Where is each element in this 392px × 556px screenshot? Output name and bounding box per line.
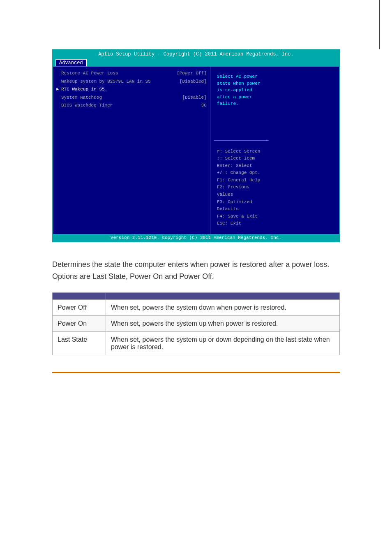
bios-tab-advanced[interactable]: Advanced — [55, 59, 87, 66]
bottom-divider — [52, 372, 340, 373]
bios-menu-item-rtc-wakeup[interactable]: ► RTC Wakeup in S5. — [56, 86, 207, 93]
no-arrow — [56, 70, 61, 77]
help-esc: ESC: Exit — [217, 220, 265, 227]
bios-help-text: ⇄: Select Screen ↕: Select Item Enter: S… — [214, 145, 269, 231]
no-arrow — [56, 102, 61, 109]
bios-footer: Version 2.11.1210. Copyright (C) 2011 Am… — [53, 234, 339, 241]
no-arrow — [56, 78, 61, 86]
table-row: Last State When set, powers the system u… — [53, 331, 340, 355]
help-f4: F4: Save & Exit — [217, 213, 265, 220]
desc-power-off: When set, powers the system down when po… — [106, 299, 340, 315]
bios-header-title: Aptio Setup Utility - Copyright (C) 2011… — [98, 51, 293, 57]
help-select-screen: ⇄: Select Screen — [217, 148, 265, 155]
bios-menu-item-restore-ac[interactable]: Restore AC Power Loss [Power Off] — [56, 70, 207, 77]
desc-power-on: When set, powers the system up when powe… — [106, 315, 340, 331]
table-header-option — [53, 292, 106, 299]
bios-screen: Aptio Setup Utility - Copyright (C) 2011… — [52, 49, 340, 242]
bios-body: Restore AC Power Loss [Power Off] Wakeup… — [53, 66, 339, 234]
table-row: Power On When set, powers the system up … — [53, 315, 340, 331]
bios-menu-item-bios-watchdog[interactable]: BIOS Watchdog Timer 30 — [56, 102, 207, 109]
help-change-opt: +/-: Change Opt. — [217, 169, 265, 177]
description-paragraph: Determines the state the computer enters… — [52, 259, 340, 283]
bios-tab-row: Advanced — [53, 58, 339, 66]
option-last-state: Last State — [53, 331, 106, 355]
table-header-description — [106, 292, 340, 299]
no-arrow — [56, 94, 61, 102]
desc-last-state: When set, powers the system up or down d… — [106, 331, 340, 355]
options-table: Power Off When set, powers the system do… — [52, 292, 340, 355]
bios-menu-item-wakeup-lan[interactable]: Wakeup system by 82579L LAN in S5 [Disab… — [56, 78, 207, 86]
help-f1: F1: General Help — [217, 177, 265, 184]
right-border-line — [379, 0, 380, 49]
bios-menu-panel: Restore AC Power Loss [Power Off] Wakeup… — [53, 67, 210, 234]
bios-info-panel: Select AC power state when power is re-a… — [210, 67, 339, 234]
help-enter: Enter: Select — [217, 162, 265, 170]
table-row: Power Off When set, powers the system do… — [53, 299, 340, 315]
help-select-item: ↕: Select Item — [217, 155, 265, 162]
option-power-on: Power On — [53, 315, 106, 331]
bios-header: Aptio Setup Utility - Copyright (C) 2011… — [53, 50, 339, 58]
help-f2: F2: Previous Values — [217, 184, 265, 198]
bios-menu-item-system-watchdog[interactable]: System watchdog [Disable] — [56, 94, 207, 102]
help-f3: F3: Optimized Defaults — [217, 199, 265, 213]
arrow-right-icon: ► — [56, 86, 61, 93]
bios-description: Select AC power state when power is re-a… — [214, 70, 269, 141]
option-power-off: Power Off — [53, 299, 106, 315]
